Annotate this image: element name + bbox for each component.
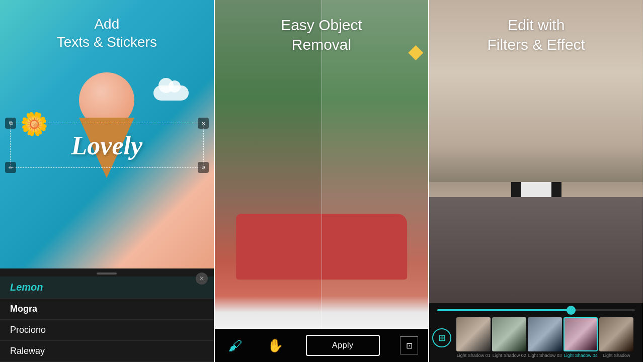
font-list: Lemon Mogra Prociono Raleway <box>0 277 214 362</box>
font-name-lemon: Lemon <box>10 282 43 293</box>
filter-item-5[interactable]: Light Shadow <box>599 317 633 358</box>
filter-intensity-slider-row <box>429 303 643 315</box>
brush-icon: 🖌 <box>228 337 242 354</box>
copy-handle-icon[interactable]: ⧉ <box>5 118 16 129</box>
panel1-title: Add Texts & Stickers <box>0 15 214 52</box>
hand-tool-button[interactable]: ✋ <box>265 335 285 355</box>
close-font-panel-button[interactable]: ✕ <box>196 273 208 285</box>
filter-item-1[interactable]: Light Shadow 01 <box>456 317 491 358</box>
filter-label-2: Light Shadow 02 <box>493 353 526 358</box>
font-name-raleway: Raleway <box>10 346 45 356</box>
filters-panel: ⊞ Light Shadow 01 Light Shadow 02 Light … <box>429 303 643 362</box>
wall-background <box>429 197 643 303</box>
edit-handle-icon[interactable]: ✏ <box>5 162 16 173</box>
font-item-mogra[interactable]: Mogra <box>0 299 214 320</box>
panel2-title: Easy Object Removal <box>215 15 429 54</box>
filter-item-2[interactable]: Light Shadow 02 <box>492 317 526 358</box>
text-selection-box[interactable]: ⧉ ✕ ✏ ↺ <box>10 123 204 168</box>
handle-bar <box>97 273 117 275</box>
slider-thumb[interactable] <box>567 306 576 315</box>
filter-label-3: Light Shadow 03 <box>528 353 562 358</box>
filter-item-4[interactable]: Light Shadow 04 <box>564 317 598 358</box>
filter-label-1: Light Shadow 01 <box>457 353 491 358</box>
font-name-prociono: Prociono <box>10 325 46 335</box>
filter-thumbnails-row: ⊞ Light Shadow 01 Light Shadow 02 Light … <box>429 315 643 362</box>
font-picker-panel: ✕ Lemon Mogra Prociono Raleway <box>0 268 214 362</box>
apply-button[interactable]: Apply <box>306 335 380 356</box>
font-item-prociono[interactable]: Prociono <box>0 320 214 341</box>
filter-label-5: Light Shadow <box>603 353 630 358</box>
panel-object-removal: Easy Object Removal 🖌 ✋ Apply ⊡ <box>215 0 430 362</box>
panel-texts-stickers: Add Texts & Stickers 🌼 ⧉ ✕ ✏ ↺ Lovely ✕ <box>0 0 215 362</box>
slider-track[interactable] <box>437 309 635 311</box>
panel3-title: Edit with Filters & Effect <box>429 15 643 54</box>
filter-thumb-1 <box>456 317 491 351</box>
filter-thumb-2 <box>492 317 526 351</box>
crop-icon: ⊡ <box>406 341 413 350</box>
filter-thumb-3 <box>528 317 562 351</box>
brush-tool-button[interactable]: 🖌 <box>225 335 245 355</box>
filter-strip: Light Shadow 01 Light Shadow 02 Light Sh… <box>454 315 635 362</box>
filter-thumb-4 <box>564 317 598 351</box>
hand-icon: ✋ <box>267 338 283 353</box>
rotate-handle-icon[interactable]: ↺ <box>198 162 209 173</box>
close-handle-icon[interactable]: ✕ <box>198 118 209 129</box>
font-item-lemon[interactable]: Lemon <box>0 277 214 299</box>
font-item-raleway[interactable]: Raleway <box>0 341 214 362</box>
panel3-photo-bg: Edit with Filters & Effect <box>429 0 643 303</box>
slider-fill <box>437 309 576 311</box>
panel-filters: Edit with Filters & Effect ⊞ <box>429 0 644 362</box>
panel2-photo-bg: Easy Object Removal <box>215 0 429 329</box>
filter-thumb-5 <box>599 317 633 351</box>
toolbar-object-removal: 🖌 ✋ Apply ⊡ <box>215 329 429 362</box>
crop-button[interactable]: ⊡ <box>400 336 418 354</box>
bottom-sheet-handle <box>0 268 214 277</box>
settings-icon-container: ⊞ <box>429 328 454 349</box>
filter-item-3[interactable]: Light Shadow 03 <box>528 317 562 358</box>
panel1-photo-bg: Add Texts & Stickers 🌼 ⧉ ✕ ✏ ↺ Lovely <box>0 0 214 268</box>
cloud-sticker <box>153 85 189 101</box>
filter-label-4: Light Shadow 04 <box>564 353 598 358</box>
filter-settings-button[interactable]: ⊞ <box>432 328 451 347</box>
font-name-mogra: Mogra <box>10 304 37 314</box>
